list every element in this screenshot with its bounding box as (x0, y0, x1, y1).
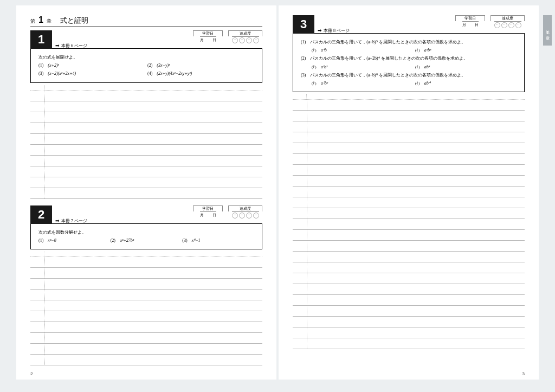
meta-row: 学習日 月日 達成度 (193, 205, 262, 219)
chapter-suf: 章 (47, 18, 51, 25)
problem-ref: 本冊 7 ページ (61, 218, 87, 224)
smile-icon (253, 37, 259, 43)
chapter-heading: 第 1 章 式と証明 (30, 15, 262, 27)
problem-2-box: 次の式を因数分解せよ。 (1) x³−8 (2) a³+27b³ (3) x⁶−… (30, 223, 262, 249)
page-number: 2 (30, 371, 33, 376)
problem-3-box: (1) パスカルの三角形を用いて，(a+b)⁵ を展開したときの次の各項の係数を… (293, 33, 525, 92)
workbook-page-left: 第 1 章 式と証明 学習日 月日 達成度 (16, 5, 276, 380)
smile-icon (239, 213, 245, 219)
mastery-label: 達成度 (228, 30, 262, 36)
problem-number-box: 2 (30, 205, 52, 224)
answer-lines (30, 85, 262, 199)
smile-icon (515, 22, 521, 28)
problem-1-box: 次の式を展開せよ。 (1) (x+2)³ (2) (3x−y)³ (3) (x−… (30, 48, 262, 83)
answer-lines (30, 252, 262, 365)
smile-icon (246, 213, 252, 219)
chapter-number: 1 (38, 15, 43, 25)
arrow-icon: ➡ (55, 43, 60, 48)
smile-icon (232, 37, 238, 43)
problem-number-box: 3 (293, 15, 314, 34)
problem-2-header: 学習日 月日 達成度 2 ➡本冊 7 ページ (30, 205, 262, 224)
problem-intro: 次の式を展開せよ。 (38, 53, 256, 61)
answer-lines (293, 94, 525, 349)
mastery-smileys (232, 36, 259, 43)
chapter-side-tab: 第１章 (543, 15, 552, 46)
meta-row: 学習日 月日 達成度 (455, 15, 525, 28)
smile-icon (501, 22, 507, 28)
smile-icon (494, 22, 500, 28)
problem-number-box: 1 (30, 30, 52, 49)
meta-row: 学習日 月日 達成度 (193, 30, 262, 43)
workbook-page-right: 学習日 月日 達成度 3 ➡本冊 8 ページ (1) パスカルの三角形を用いて，… (279, 5, 539, 380)
smile-icon (253, 213, 259, 219)
smile-icon (508, 22, 514, 28)
problem-3-header: 学習日 月日 達成度 3 ➡本冊 8 ページ (293, 15, 525, 34)
chapter-pre: 第 (30, 18, 35, 25)
smile-icon (239, 37, 245, 43)
page-number: 3 (522, 371, 525, 376)
study-date-label: 学習日 (193, 30, 223, 36)
smile-icon (232, 213, 238, 219)
chapter-title: 式と証明 (60, 16, 88, 25)
problem-ref: 本冊 8 ページ (324, 28, 350, 34)
problem-ref: 本冊 6 ページ (61, 43, 87, 49)
problem-1-header: 学習日 月日 達成度 1 ➡本冊 6 ページ (30, 30, 262, 49)
smile-icon (246, 37, 252, 43)
